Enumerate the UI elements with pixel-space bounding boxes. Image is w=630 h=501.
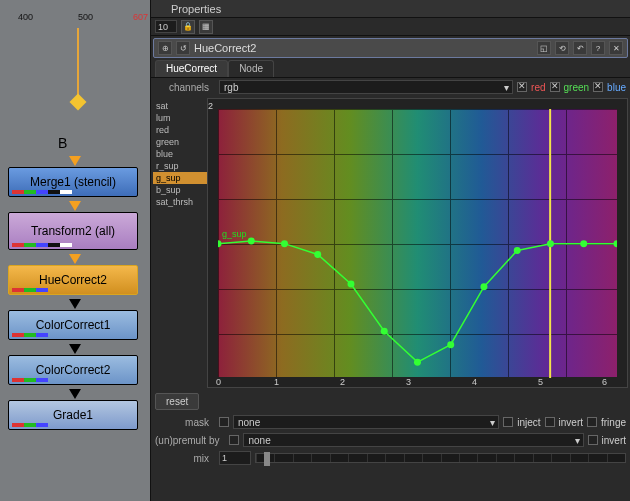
channels-dropdown[interactable]: rgb ▾ bbox=[219, 80, 513, 94]
list-item[interactable]: lum bbox=[153, 112, 207, 124]
undo-icon[interactable]: ↶ bbox=[573, 41, 587, 55]
list-item[interactable]: red bbox=[153, 124, 207, 136]
curve-point[interactable] bbox=[347, 281, 354, 288]
keyframe-diamond-icon[interactable] bbox=[70, 94, 87, 111]
panel-toolbar: 🔒 ▦ bbox=[151, 18, 630, 36]
axis-tick: 2 bbox=[208, 101, 213, 111]
chevron-down-icon: ▾ bbox=[504, 82, 509, 93]
axis-tick: 5 bbox=[538, 377, 543, 387]
lock-icon[interactable]: 🔒 bbox=[181, 20, 195, 34]
axis-tick: 3 bbox=[406, 377, 411, 387]
center-icon[interactable]: ⊕ bbox=[158, 41, 172, 55]
arrow-down-icon bbox=[69, 254, 81, 264]
panel-title: Properties bbox=[171, 3, 221, 15]
curve-point[interactable] bbox=[281, 240, 288, 247]
curve-svg[interactable] bbox=[218, 109, 617, 378]
float-icon[interactable]: ◱ bbox=[537, 41, 551, 55]
mask-enable-checkbox[interactable] bbox=[219, 417, 229, 427]
node-graph-panel[interactable]: 400 500 607 B Merge1 (stencil) Transform… bbox=[0, 0, 150, 501]
axis-tick: 6 bbox=[602, 377, 607, 387]
slider-thumb[interactable] bbox=[264, 452, 270, 466]
curve-editor[interactable]: g_sup 0 1 2 3 4 5 6 2 bbox=[207, 98, 628, 388]
invert-checkbox[interactable] bbox=[545, 417, 555, 427]
checkbox-green[interactable] bbox=[550, 82, 560, 92]
close-icon[interactable]: ✕ bbox=[609, 41, 623, 55]
channel-blue-label: blue bbox=[607, 82, 626, 93]
node-label: HueCorrect2 bbox=[39, 273, 107, 287]
inject-checkbox[interactable] bbox=[503, 417, 513, 427]
curve-point[interactable] bbox=[414, 359, 421, 366]
list-item[interactable]: green bbox=[153, 136, 207, 148]
curve-channel-list[interactable]: sat lum red green blue r_sup g_sup b_sup… bbox=[153, 98, 207, 388]
node-huecorrect2[interactable]: HueCorrect2 bbox=[8, 265, 138, 295]
chevron-down-icon: ▾ bbox=[575, 435, 580, 446]
axis-tick: 2 bbox=[340, 377, 345, 387]
curve-point[interactable] bbox=[580, 240, 587, 247]
list-item[interactable]: sat_thrsh bbox=[153, 196, 207, 208]
curve-point[interactable] bbox=[314, 251, 321, 258]
list-item-selected[interactable]: g_sup bbox=[153, 172, 207, 184]
curve-point[interactable] bbox=[381, 328, 388, 335]
property-node-bar: ⊕ ↺ HueCorrect2 ◱ ⟲ ↶ ? ✕ bbox=[153, 38, 628, 58]
channels-label: channels bbox=[155, 82, 215, 93]
list-item[interactable]: sat bbox=[153, 100, 207, 112]
panel-count-field[interactable] bbox=[155, 20, 177, 33]
node-grade1[interactable]: Grade1 bbox=[8, 400, 138, 430]
ruler-current-frame: 607 bbox=[133, 12, 148, 22]
revert-icon[interactable]: ⟲ bbox=[555, 41, 569, 55]
arrow-down-icon bbox=[69, 389, 81, 399]
unpremult-checkbox[interactable] bbox=[229, 435, 239, 445]
axis-tick: 0 bbox=[216, 377, 221, 387]
checkbox-red[interactable] bbox=[517, 82, 527, 92]
checkbox-blue[interactable] bbox=[593, 82, 603, 92]
list-item[interactable]: blue bbox=[153, 148, 207, 160]
node-bar-title: HueCorrect2 bbox=[194, 42, 533, 54]
curve-points-group[interactable] bbox=[218, 237, 617, 365]
list-item[interactable]: b_sup bbox=[153, 184, 207, 196]
node-transform2[interactable]: Transform2 (all) bbox=[8, 212, 138, 250]
curve-point[interactable] bbox=[480, 283, 487, 290]
node-colorcorrect1[interactable]: ColorCorrect1 bbox=[8, 310, 138, 340]
channel-green-label: green bbox=[564, 82, 590, 93]
curve-point[interactable] bbox=[547, 240, 554, 247]
node-colorcorrect2[interactable]: ColorCorrect2 bbox=[8, 355, 138, 385]
unpremult-invert-label: invert bbox=[602, 435, 626, 446]
unpremult-invert-checkbox[interactable] bbox=[588, 435, 598, 445]
curve-point[interactable] bbox=[514, 247, 521, 254]
node-merge1[interactable]: Merge1 (stencil) bbox=[8, 167, 138, 197]
unpremult-label: (un)premult by bbox=[155, 435, 225, 446]
link-icon[interactable]: ↺ bbox=[176, 41, 190, 55]
list-item[interactable]: r_sup bbox=[153, 160, 207, 172]
help-icon[interactable]: ? bbox=[591, 41, 605, 55]
unpremult-dropdown[interactable]: none▾ bbox=[243, 433, 583, 447]
mask-dropdown[interactable]: none▾ bbox=[233, 415, 499, 429]
curve-line[interactable] bbox=[218, 241, 617, 362]
axis-tick: 4 bbox=[472, 377, 477, 387]
arrow-down-icon bbox=[69, 344, 81, 354]
unpremult-value: none bbox=[248, 435, 270, 446]
chevron-down-icon: ▾ bbox=[490, 417, 495, 428]
reset-button[interactable]: reset bbox=[155, 393, 199, 410]
clear-icon[interactable]: ▦ bbox=[199, 20, 213, 34]
property-tabs: HueCorrect Node bbox=[151, 60, 630, 78]
mix-value-field[interactable] bbox=[219, 451, 251, 465]
channels-row: channels rgb ▾ red green blue bbox=[151, 78, 630, 96]
curve-point[interactable] bbox=[248, 237, 255, 244]
axis-tick: 1 bbox=[274, 377, 279, 387]
channels-value: rgb bbox=[224, 82, 238, 93]
tab-node[interactable]: Node bbox=[228, 60, 274, 77]
panel-title-bar: Properties bbox=[151, 0, 630, 18]
mix-label: mix bbox=[155, 453, 215, 464]
mix-slider[interactable] bbox=[255, 453, 626, 463]
hue-body: sat lum red green blue r_sup g_sup b_sup… bbox=[153, 98, 628, 388]
properties-panel: Properties 🔒 ▦ ⊕ ↺ HueCorrect2 ◱ ⟲ ↶ ? ✕… bbox=[150, 0, 630, 501]
fringe-checkbox[interactable] bbox=[587, 417, 597, 427]
invert-label: invert bbox=[559, 417, 583, 428]
ruler-tick: 400 bbox=[18, 12, 33, 22]
curve-point[interactable] bbox=[218, 240, 221, 247]
timeline-ruler: 400 500 607 bbox=[0, 12, 150, 24]
tab-huecorrect[interactable]: HueCorrect bbox=[155, 60, 228, 77]
curve-point[interactable] bbox=[613, 240, 616, 247]
arrow-down-icon bbox=[69, 156, 81, 166]
curve-point[interactable] bbox=[447, 341, 454, 348]
